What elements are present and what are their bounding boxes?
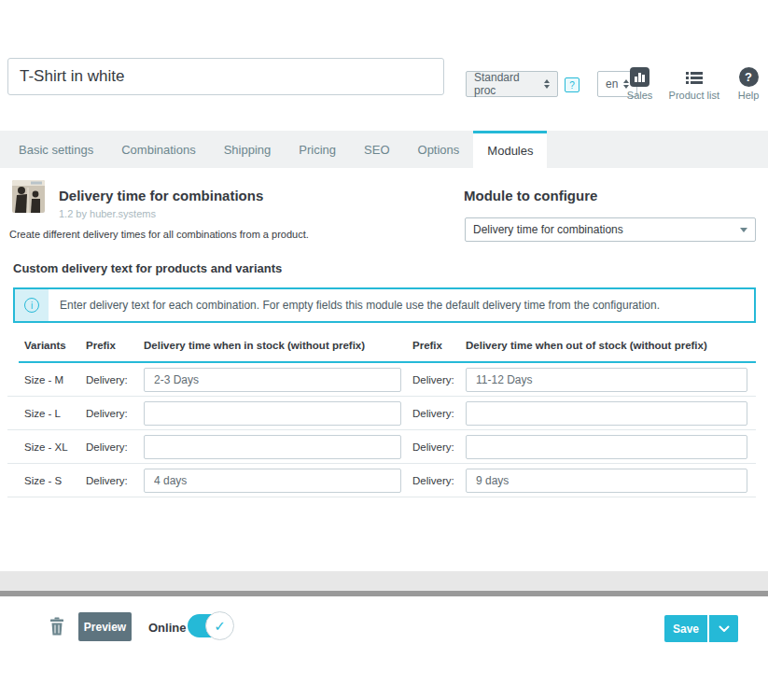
nav-sales[interactable]: Sales: [624, 67, 656, 101]
in-stock-input[interactable]: [144, 469, 401, 493]
header-nav: Sales Product list ? Help: [624, 67, 764, 101]
tab-pricing[interactable]: Pricing: [285, 131, 350, 168]
select-arrows-icon: [544, 79, 550, 89]
bar-chart-icon: [630, 67, 649, 87]
module-description: Create different delivery times for all …: [9, 229, 309, 240]
toggle-knob-check-icon: ✓: [205, 611, 234, 640]
module-title: Delivery time for combinations: [59, 188, 263, 203]
save-dropdown-button[interactable]: [709, 615, 738, 642]
table-row: Size - L Delivery: Delivery:: [7, 397, 756, 430]
chevron-down-icon: [719, 625, 730, 633]
modules-panel: Delivery time for combinations 1.2 by hu…: [7, 168, 761, 571]
info-alert: i Enter delivery text for each combinati…: [13, 287, 756, 323]
variant-label: Size - M: [24, 374, 86, 385]
variant-label: Size - L: [24, 408, 86, 419]
chevron-down-icon: [740, 228, 747, 232]
list-icon: [684, 67, 704, 87]
col-out-stock: Delivery time when out of stock (without…: [466, 340, 752, 351]
product-name-input[interactable]: [7, 58, 444, 95]
module-logo: [12, 180, 45, 213]
out-stock-input[interactable]: [466, 435, 747, 459]
out-stock-input[interactable]: [466, 401, 747, 426]
save-button[interactable]: Save: [664, 615, 707, 642]
module-version: 1.2 by huber.systems: [59, 208, 156, 219]
variant-label: Size - S: [24, 475, 86, 486]
delete-button[interactable]: [49, 617, 65, 637]
info-icon-cell: i: [15, 289, 49, 321]
nav-product-list-label: Product list: [669, 90, 719, 101]
delivery-table: Variants Prefix Delivery time when in st…: [7, 333, 761, 497]
tab-modules[interactable]: Modules: [473, 131, 547, 168]
out-stock-input[interactable]: [466, 469, 747, 493]
online-label: Online: [148, 621, 186, 635]
info-alert-text: Enter delivery text for each combination…: [49, 289, 660, 321]
in-stock-input[interactable]: [144, 401, 401, 426]
nav-product-list[interactable]: Product list: [669, 67, 719, 101]
prefix-label: Delivery:: [412, 475, 466, 486]
tab-options[interactable]: Options: [404, 131, 474, 168]
product-type-value: Standard proc: [474, 71, 538, 97]
preview-button[interactable]: Preview: [78, 612, 132, 641]
online-toggle[interactable]: ✓: [188, 613, 232, 638]
info-icon: i: [24, 298, 39, 313]
nav-help[interactable]: ? Help: [733, 67, 764, 101]
tab-basic-settings[interactable]: Basic settings: [5, 131, 107, 168]
save-split-button: Save: [664, 615, 738, 642]
table-row: Size - S Delivery: Delivery:: [7, 464, 756, 497]
col-prefix-out: Prefix: [412, 340, 466, 351]
product-header: Standard proc ? en Sales Product list ? …: [0, 0, 768, 131]
footer-bar: Preview Online ✓ Save: [0, 596, 768, 700]
col-variants: Variants: [24, 340, 86, 351]
table-row: Size - XL Delivery: Delivery:: [7, 430, 756, 464]
prefix-label: Delivery:: [86, 408, 144, 419]
variant-label: Size - XL: [24, 441, 86, 453]
prefix-label: Delivery:: [412, 374, 466, 385]
section-heading: Custom delivery text for products and va…: [13, 261, 282, 275]
language-value: en: [606, 77, 618, 91]
in-stock-input[interactable]: [144, 368, 401, 392]
col-in-stock: Delivery time when in stock (without pre…: [144, 340, 412, 351]
help-icon: ?: [739, 67, 759, 87]
prefix-label: Delivery:: [412, 408, 466, 419]
tab-combinations[interactable]: Combinations: [107, 131, 210, 168]
prefix-label: Delivery:: [86, 374, 144, 385]
module-to-configure-value: Delivery time for combinations: [473, 223, 623, 236]
out-stock-input[interactable]: [466, 368, 747, 392]
product-type-select[interactable]: Standard proc: [466, 71, 558, 97]
in-stock-input[interactable]: [144, 435, 401, 459]
prefix-label: Delivery:: [86, 475, 144, 486]
module-to-configure-select[interactable]: Delivery time for combinations: [465, 217, 756, 242]
tab-shipping[interactable]: Shipping: [210, 131, 286, 168]
prefix-label: Delivery:: [86, 441, 144, 453]
nav-sales-label: Sales: [627, 90, 653, 101]
type-help-icon[interactable]: ?: [565, 77, 579, 92]
prefix-label: Delivery:: [412, 441, 466, 453]
tab-seo[interactable]: SEO: [350, 131, 403, 168]
panel-bottom-gap: [0, 571, 768, 591]
table-header-row: Variants Prefix Delivery time when in st…: [7, 333, 761, 357]
product-tabs: Basic settings Combinations Shipping Pri…: [0, 131, 768, 168]
col-prefix-in: Prefix: [86, 340, 144, 351]
module-to-configure-label: Module to configure: [464, 188, 597, 203]
trash-icon: [49, 617, 64, 636]
table-row: Size - M Delivery: Delivery:: [7, 363, 756, 397]
nav-help-label: Help: [738, 90, 760, 101]
